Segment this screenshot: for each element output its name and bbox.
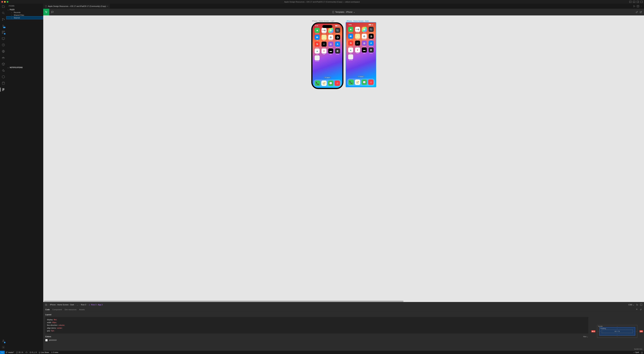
app-icon-camera[interactable]: 📷Camera [335,28,340,34]
sparkle-icon[interactable] [636,308,638,311]
search-pill[interactable]: 🔍 Search [324,77,331,79]
dock-phone-icon[interactable]: 📞 [348,80,354,85]
box-model-diagram[interactable]: - - - - Border Padding - - - - 60 [597,325,637,338]
layers-icon[interactable] [45,303,47,306]
app-icon-appname[interactable]: App Name [314,55,320,62]
liveshare[interactable]: Live Share [38,351,50,353]
app-icon-wallet[interactable]: ▬Wallet [328,49,334,55]
app-icon-notes[interactable]: ≡Notes [355,34,360,40]
sidebar-item-recents[interactable]: ›Recents [6,11,43,14]
ab-figma[interactable] [1,88,5,92]
panel-left-icon[interactable] [629,1,632,3]
layout-icon[interactable] [640,1,643,3]
sidebar-section-notifications[interactable]: ⌄ NOTIFICATIONS [6,66,43,69]
split-icon[interactable] [637,5,639,8]
spell-check[interactable]: ✓ Spell [632,351,640,353]
app-icon-maps[interactable]: ▲Maps [314,49,320,55]
git-branch[interactable]: master* [5,351,15,353]
panel-bottom-icon[interactable] [633,1,635,3]
ab-account[interactable]: 2 [1,339,5,343]
app-icon-podcasts[interactable]: ◎Podcasts [328,42,334,48]
frame-label[interactable]: iPhone - Home Screen - Dark [347,20,368,22]
app-icon-appname[interactable]: App Name [348,54,354,61]
play-icon[interactable] [633,5,636,8]
app-icon-health[interactable]: ♥Health [355,48,360,54]
app-icon-clock[interactable]: ◔Clock [335,35,340,41]
app-icon-news[interactable]: NNews [348,41,354,47]
window-close-button[interactable] [1,1,3,3]
figma-canvas[interactable]: iPhone - Home Screen - Light 9:41 ▮▮▮ ▬ … [43,16,644,302]
dock-messages-icon[interactable]: 💬 [362,80,367,85]
page-selector[interactable]: Templates - iPhone ⌄ [332,11,355,13]
breadcrumb-item[interactable]: Row 3 [81,304,86,306]
app-icon-photos[interactable]: ✿Photos [362,27,367,33]
app-icon-notes[interactable]: ≡Notes [321,35,327,41]
ab-box[interactable] [1,62,5,66]
app-icon-tv[interactable]: ▸tvTV [321,42,327,48]
ab-share[interactable] [1,69,5,73]
panel-right-icon[interactable] [636,1,639,3]
app-icon-mail[interactable]: ✉Mail [348,34,354,40]
app-icon-appstore[interactable]: AApp Store [368,41,374,47]
ab-database[interactable] [1,81,5,85]
time-elapsed[interactable]: 9 mins [50,351,59,353]
dock-safari-icon[interactable]: 🧭 [321,81,327,86]
app-icon-settings[interactable]: ⚙Settings [368,48,374,54]
frame-dark[interactable]: 9:41 ▮▮▮ ▬ ■FaceTimeMON6Calendar✿Photos📷… [346,23,376,87]
tab-component[interactable]: Component [52,308,62,310]
app-icon-photos[interactable]: ✿Photos [328,28,334,34]
link-icon[interactable] [636,11,638,13]
comment-tool[interactable] [49,9,55,16]
ab-docker[interactable] [1,56,5,60]
errors-warnings[interactable]: 0 0 [28,351,38,353]
dock-phone-icon[interactable]: 📞 [315,81,320,86]
app-icon-clock[interactable]: ◔Clock [368,34,374,40]
editor-tab[interactable]: Apple Design Resources – iOS 17 and iPad… [43,4,110,9]
tab-dev-resources[interactable]: Dev resources [64,308,76,310]
dock-music-icon[interactable]: ♫ [334,81,340,86]
more-icon[interactable]: ⋯ [640,5,642,8]
breadcrumb-item[interactable]: iPhone - Home Screen - Dark [50,304,74,306]
ab-source-control[interactable] [1,18,5,22]
ab-explorer[interactable] [1,5,5,9]
sidebar-section-files[interactable]: ⌄ FILES [6,8,43,11]
color-chip[interactable]: #FFFFFF [45,339,588,341]
dock-messages-icon[interactable]: 💬 [328,81,334,86]
ab-debug[interactable]: 13 [1,24,5,28]
app-icon-facetime[interactable]: ■FaceTime [314,28,320,34]
window-maximize-button[interactable] [7,1,8,3]
app-icon-calendar[interactable]: MON6Calendar [355,27,360,33]
search-pill[interactable]: 🔍 Search [357,76,364,78]
tab-assets[interactable]: Assets [79,308,85,310]
move-tool[interactable] [43,9,49,16]
app-icon-mail[interactable]: ✉Mail [314,35,320,41]
frame-label[interactable]: iPhone - Home Screen - Light [312,20,334,22]
css-code-block[interactable]: display: flex;width: 60px;flex-direction… [45,317,588,333]
app-icon-wallet[interactable]: ▬Wallet [362,48,367,54]
horizontal-scrollbar[interactable] [44,301,643,302]
breadcrumb-item-current[interactable]: Row 3 - App 2 [91,304,103,306]
app-icon-reminders[interactable]: ⊙Reminders [328,35,334,41]
app-icon-news[interactable]: NNews [314,42,320,48]
remote-indicator[interactable] [0,351,5,354]
cloud-status[interactable] [24,351,28,353]
tab-code[interactable]: Code [45,308,50,310]
app-icon-health[interactable]: ♥Health [321,49,327,55]
notifications-icon[interactable] [640,351,644,353]
app-icon-reminders[interactable]: ⊙Reminders [362,34,367,40]
app-icon-tv[interactable]: ▸tvTV [355,41,360,47]
filter-icon[interactable] [636,303,638,306]
app-icon-calendar[interactable]: MON6Calendar [321,28,327,34]
color-format-selector[interactable]: Hex ⌄ [583,335,588,338]
external-link-icon[interactable] [640,11,642,13]
ab-cloud[interactable] [1,49,5,53]
app-icon-settings[interactable]: ⚙Settings [335,49,340,55]
ab-settings[interactable] [1,345,5,349]
ab-remote[interactable] [1,37,5,41]
window-minimize-button[interactable] [4,1,6,3]
ab-timeline[interactable] [1,43,5,47]
sidebar-item-shared[interactable]: ›Shared Files [6,14,43,17]
dock-music-icon[interactable]: ♫ [368,80,374,85]
breadcrumb-item[interactable]: ... [77,304,78,306]
ab-extensions[interactable]: 9 [1,30,5,34]
